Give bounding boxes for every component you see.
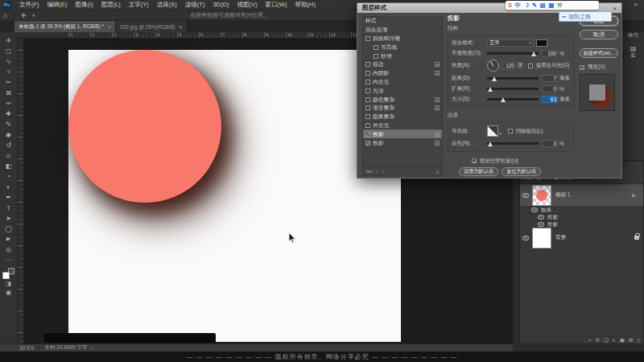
close-tab-icon[interactable]: × bbox=[179, 24, 182, 30]
blur-tool-icon[interactable]: ◔ bbox=[2, 171, 16, 182]
ime-mode-icon[interactable]: 中 bbox=[515, 2, 522, 10]
eyedropper-tool-icon[interactable]: ✑ bbox=[2, 98, 16, 109]
link-layers-icon[interactable]: ⌁ bbox=[588, 337, 592, 343]
style-item-8[interactable]: 光泽 bbox=[363, 86, 442, 95]
preview-checkbox[interactable] bbox=[580, 65, 584, 70]
checkbox-icon[interactable] bbox=[365, 114, 370, 119]
quick-mask-icon[interactable]: ◨ bbox=[2, 279, 16, 288]
scrollbar-thumb[interactable] bbox=[44, 333, 216, 343]
visibility-icon[interactable] bbox=[522, 193, 529, 198]
layer-name[interactable]: 背景 bbox=[555, 234, 566, 241]
angle-dial[interactable] bbox=[487, 60, 499, 72]
add-effect-instance-icon[interactable]: + bbox=[435, 71, 440, 76]
effect-row-2[interactable]: 投影 bbox=[520, 214, 643, 221]
libraries-panel-tab[interactable]: ▤ 库 bbox=[630, 46, 637, 59]
size-field[interactable]: 63 bbox=[542, 96, 558, 103]
zoom-level[interactable]: 39.5% bbox=[19, 345, 34, 351]
collapse-effects-icon[interactable]: ˇ bbox=[639, 193, 641, 198]
add-effect-instance-icon[interactable]: + bbox=[435, 132, 440, 137]
menu-item-4[interactable]: 文字(Y) bbox=[125, 1, 153, 9]
style-item-5[interactable]: 描边+ bbox=[363, 60, 442, 69]
layer-mask-icon[interactable]: ❏ bbox=[604, 337, 609, 343]
document-canvas[interactable] bbox=[68, 50, 401, 342]
style-item-7[interactable]: 内发光 bbox=[363, 78, 442, 87]
menu-item-7[interactable]: 3D(D) bbox=[208, 1, 233, 9]
checkbox-icon[interactable] bbox=[374, 54, 378, 59]
use-global-light-checkbox[interactable] bbox=[528, 64, 533, 68]
opacity-field[interactable]: 100 bbox=[542, 50, 558, 57]
menu-item-9[interactable]: 窗口(W) bbox=[261, 1, 291, 9]
add-effect-icon[interactable]: fx+ bbox=[366, 169, 373, 174]
set-default-button[interactable]: 设置为默认值 bbox=[459, 167, 498, 176]
layer-knockout-checkbox[interactable] bbox=[472, 158, 477, 163]
magic-wand-tool-icon[interactable]: ✧ bbox=[2, 67, 16, 77]
ellipse-shape[interactable] bbox=[68, 50, 221, 203]
style-item-1[interactable]: 混合选项 bbox=[363, 26, 442, 35]
layer-name[interactable]: 椭圆 1 bbox=[555, 191, 570, 199]
checkbox-icon[interactable] bbox=[365, 105, 370, 110]
move-effect-down-icon[interactable]: ↓ bbox=[382, 169, 384, 174]
pen-tool-icon[interactable]: ✒ bbox=[2, 192, 16, 203]
hand-tool-icon[interactable]: ☛ bbox=[2, 234, 16, 245]
style-item-9[interactable]: 颜色叠加+ bbox=[363, 95, 442, 104]
style-item-2[interactable]: 斜面和浮雕 bbox=[363, 35, 442, 43]
sogou-logo-icon[interactable]: S bbox=[508, 2, 512, 10]
menu-item-8[interactable]: 视图(V) bbox=[233, 1, 261, 9]
ime-toolbox-icon[interactable]: ▦ bbox=[548, 2, 554, 10]
chevron-down-icon[interactable]: ▾ bbox=[33, 13, 35, 18]
foreground-color-swatch[interactable] bbox=[2, 272, 10, 279]
checkbox-icon[interactable] bbox=[365, 62, 370, 67]
adjustment-layer-icon[interactable]: ◐ bbox=[613, 337, 616, 343]
home-icon[interactable]: ⌂ bbox=[3, 12, 7, 19]
crop-tool-icon[interactable]: ✂ bbox=[2, 77, 16, 88]
add-effect-instance-icon[interactable]: + bbox=[435, 141, 440, 146]
anti-alias-checkbox[interactable] bbox=[508, 129, 513, 134]
status-popup-icon[interactable]: › bbox=[92, 345, 93, 351]
path-select-tool-icon[interactable]: ➤ bbox=[2, 213, 16, 224]
document-tab[interactable]: 033.jpg @ 25%(RGB/8) × bbox=[116, 21, 187, 32]
checkbox-icon[interactable] bbox=[365, 88, 370, 93]
zoom-tool-icon[interactable]: ◎ bbox=[2, 245, 16, 255]
move-tool-icon[interactable]: ✛ bbox=[2, 35, 16, 46]
more-tools-icon[interactable]: ⋯ bbox=[2, 255, 16, 265]
style-item-3[interactable]: 等高线 bbox=[363, 43, 442, 51]
checkbox-icon[interactable] bbox=[365, 80, 370, 84]
menu-item-3[interactable]: 图层(L) bbox=[97, 1, 125, 9]
effects-row[interactable]: 效果 bbox=[520, 207, 643, 214]
move-effect-up-icon[interactable]: ↑ bbox=[376, 169, 378, 174]
history-brush-tool-icon[interactable]: ↺ bbox=[2, 140, 16, 150]
reset-default-button[interactable]: 复位为默认值 bbox=[502, 167, 541, 176]
document-tab-active[interactable]: 未标题-1 @ 39.5% (椭圆 1, RGB/8) * × bbox=[14, 21, 116, 32]
style-item-4[interactable]: 纹理 bbox=[363, 51, 442, 60]
visibility-icon[interactable] bbox=[538, 222, 544, 227]
shadow-color-swatch[interactable] bbox=[536, 39, 547, 47]
spread-field[interactable]: 0 bbox=[542, 85, 558, 93]
delete-layer-icon[interactable]: ▯ bbox=[637, 337, 640, 343]
ime-keyboard-icon[interactable]: ▤ bbox=[540, 2, 546, 10]
style-item-10[interactable]: 渐变叠加+ bbox=[363, 104, 442, 113]
close-tab-icon[interactable]: × bbox=[108, 24, 111, 30]
spread-slider[interactable] bbox=[487, 88, 539, 90]
style-item-6[interactable]: 内阴影+ bbox=[363, 69, 442, 78]
add-effect-instance-icon[interactable]: + bbox=[435, 97, 440, 102]
style-item-13[interactable]: 投影+ bbox=[363, 130, 442, 138]
color-swatches[interactable] bbox=[2, 268, 14, 279]
noise-field[interactable]: 0 bbox=[542, 140, 558, 147]
frame-tool-icon[interactable]: ⊠ bbox=[2, 88, 16, 98]
style-item-12[interactable]: 外发光 bbox=[363, 121, 442, 130]
close-icon[interactable]: × bbox=[634, 1, 638, 8]
menu-item-2[interactable]: 图像(I) bbox=[72, 1, 97, 9]
ime-moon-icon[interactable]: ☽ bbox=[524, 2, 530, 10]
layer-style-icon[interactable]: fx bbox=[596, 337, 600, 343]
layer-thumbnail[interactable] bbox=[532, 185, 551, 206]
type-tool-icon[interactable]: T bbox=[2, 203, 16, 213]
new-layer-icon[interactable]: ⊞ bbox=[629, 337, 633, 343]
add-effect-instance-icon[interactable]: + bbox=[435, 62, 440, 67]
layer-thumbnail[interactable] bbox=[532, 228, 551, 249]
shadow-blend-mode-select[interactable]: 正常 ▾ bbox=[487, 39, 534, 47]
checkbox-icon[interactable] bbox=[374, 45, 378, 50]
layer-row-椭圆 1[interactable]: 椭圆 1fxˇ bbox=[520, 184, 643, 207]
dodge-tool-icon[interactable]: ◐ bbox=[2, 182, 16, 192]
brush-tool-icon[interactable]: ✎ bbox=[2, 119, 16, 130]
menu-item-10[interactable]: 帮助(H) bbox=[291, 1, 320, 9]
